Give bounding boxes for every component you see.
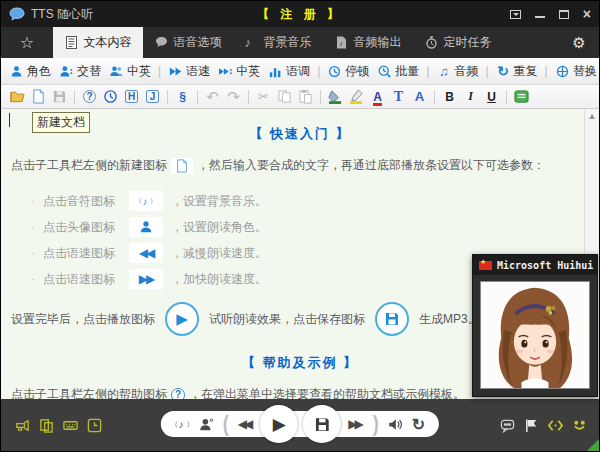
play-button[interactable]: ▶ — [260, 405, 298, 443]
speech-bubble-icon — [155, 36, 168, 49]
font-name-icon[interactable]: T — [388, 87, 409, 107]
bullet-dot: · — [31, 246, 35, 260]
tab-scheduled-tasks[interactable]: 定时任务 — [413, 27, 503, 58]
bilingual-role-button[interactable]: 中英 — [105, 63, 155, 80]
persons-bilingual-icon — [109, 65, 124, 78]
settings-gear-icon[interactable]: ⚙ — [559, 27, 599, 58]
tab-background-music[interactable]: ♪ 背景音乐 — [233, 27, 323, 58]
button-label: 交替 — [77, 63, 101, 80]
reset-button[interactable]: ↻ — [412, 415, 425, 434]
template-list-icon[interactable] — [511, 87, 532, 107]
new-document-icon — [171, 158, 193, 174]
button-label: 语调 — [286, 63, 310, 80]
voice-avatar-window[interactable]: Microsoft Huihui × — [472, 254, 598, 397]
svg-text:♪: ♪ — [179, 419, 184, 430]
button-label: 语速 — [186, 63, 210, 80]
tray-button[interactable] — [510, 10, 521, 19]
smiley-icon[interactable] — [572, 418, 587, 433]
tab-text-content[interactable]: 文本内容 — [53, 27, 143, 58]
toolbar-separator: | — [155, 64, 164, 78]
fill-color-icon[interactable] — [325, 87, 346, 107]
background-music-button[interactable]: ♪ — [175, 417, 190, 432]
help-icon[interactable]: ? — [79, 87, 100, 107]
speed-chevrons-icon — [168, 65, 183, 78]
close-button[interactable]: × — [583, 7, 591, 21]
alternate-button[interactable]: 交替 — [55, 63, 105, 80]
toolbar-separator: | — [314, 64, 323, 78]
volume-button[interactable] — [388, 417, 403, 432]
batch-button[interactable]: 批量 — [373, 63, 423, 80]
slow-down-button[interactable]: ◀◀ — [238, 417, 253, 431]
person-alternate-icon — [59, 65, 74, 78]
toolbar-separator — [197, 90, 198, 104]
clock-icon[interactable] — [87, 418, 102, 433]
toolbar-separator — [434, 90, 435, 104]
bullet-dot: · — [31, 220, 35, 234]
section-symbol-icon[interactable]: § — [172, 87, 193, 107]
megaphone-icon[interactable] — [15, 418, 30, 433]
toolbar-separator: | — [542, 64, 551, 78]
pitch-bars-icon — [268, 65, 283, 78]
history-icon[interactable] — [100, 87, 121, 107]
audio-button[interactable]: ♫ 音频 — [432, 63, 482, 80]
copy-icon[interactable] — [274, 87, 295, 107]
audio-file-icon: ♪ — [335, 36, 348, 49]
speed-bilingual-icon — [218, 65, 233, 78]
cut-icon[interactable]: ✂ — [253, 87, 274, 107]
person-icon — [129, 217, 163, 237]
toolbar-separator: | — [482, 64, 491, 78]
keyboard-icon[interactable] — [63, 418, 78, 433]
tab-audio-output[interactable]: ♪ 音频输出 — [323, 27, 413, 58]
underline-button[interactable]: U — [481, 87, 502, 107]
paste-icon[interactable] — [295, 87, 316, 107]
avatar-titlebar[interactable]: Microsoft Huihui × — [473, 255, 597, 275]
bold-button[interactable]: B — [439, 87, 460, 107]
voice-role-button[interactable] — [199, 417, 214, 432]
tab-voice-options[interactable]: 语音选项 — [143, 27, 233, 58]
toolbar-separator — [506, 90, 507, 104]
speed-button[interactable]: 语速 — [164, 63, 214, 80]
pause-clock-icon — [327, 65, 342, 78]
resize-grip[interactable] — [587, 439, 599, 451]
new-document-tooltip: 新建文档 — [32, 112, 90, 133]
favorites-star-icon[interactable]: ☆ — [1, 27, 53, 58]
help-text-pre: 点击子工具栏左侧的帮助图标 — [11, 386, 167, 399]
role-button[interactable]: 角色 — [5, 63, 55, 80]
scroll-up-arrow[interactable]: ▲ — [587, 111, 597, 121]
open-folder-icon[interactable] — [7, 87, 28, 107]
chat-bubble-icon[interactable] — [500, 418, 515, 433]
save-icon[interactable] — [49, 87, 70, 107]
save-mp3-button[interactable] — [303, 405, 341, 443]
h-tag-icon[interactable]: H — [121, 87, 142, 107]
document-icon — [65, 36, 78, 49]
flag-icon[interactable] — [524, 418, 539, 433]
new-document-icon[interactable] — [28, 87, 49, 107]
girl-avatar-image — [481, 282, 589, 388]
italic-button[interactable]: I — [460, 87, 481, 107]
speed-up-button[interactable]: ▶▶ — [348, 417, 363, 431]
minimize-button[interactable] — [535, 16, 545, 18]
pause-button[interactable]: 停顿 — [323, 63, 373, 80]
font-size-icon[interactable]: A — [409, 87, 430, 107]
clipboard-icon[interactable] — [39, 418, 54, 433]
bullet-text: 点击音符图标 — [43, 193, 121, 210]
maximize-button[interactable] — [559, 10, 569, 19]
repeat-icon: ↻ — [496, 65, 511, 78]
bilingual-speed-button[interactable]: 中英 — [214, 63, 264, 80]
intro-text-pre: 点击子工具栏左侧的新建图标 — [11, 157, 167, 174]
text-caret — [9, 113, 10, 127]
font-color-icon[interactable]: A — [367, 87, 388, 107]
bottom-right-icons — [500, 418, 587, 433]
toolbar-separator — [248, 90, 249, 104]
swap-arrows-icon[interactable] — [548, 418, 563, 433]
redo-icon[interactable]: ↷ — [223, 87, 244, 107]
rewind-icon: ◀◀ — [129, 243, 163, 263]
window-controls: × — [510, 7, 591, 21]
replace-button[interactable]: 替换 — [551, 63, 600, 80]
pitch-button[interactable]: 语调 — [264, 63, 314, 80]
j-tag-icon[interactable]: J — [142, 87, 163, 107]
undo-icon[interactable]: ↶ — [202, 87, 223, 107]
repeat-button[interactable]: ↻ 重复 — [492, 63, 542, 80]
bullet-dot: · — [31, 194, 35, 208]
highlight-color-icon[interactable] — [346, 87, 367, 107]
